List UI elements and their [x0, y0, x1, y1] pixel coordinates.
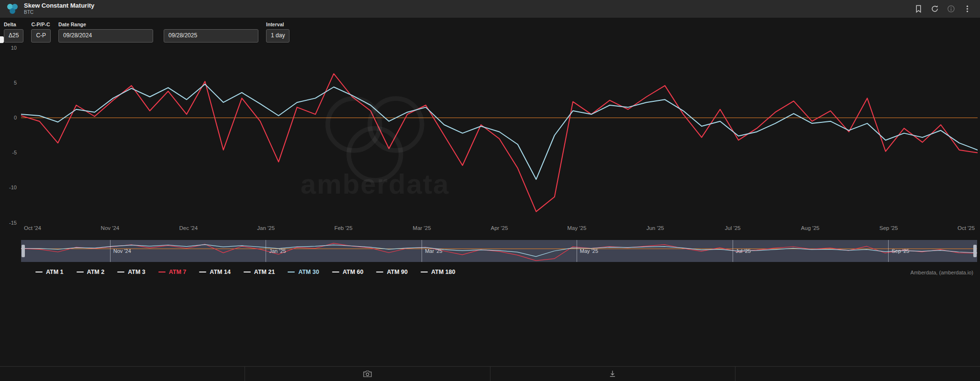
legend-label: ATM 3 — [128, 269, 145, 275]
x-axis-label: Oct '24 — [24, 225, 41, 231]
legend-row: ATM 1ATM 2ATM 3ATM 7ATM 14ATM 21ATM 30AT… — [0, 269, 980, 275]
legend-label: ATM 180 — [431, 269, 455, 275]
kebab-menu-icon[interactable] — [963, 5, 971, 13]
amberdata-logo-icon — [6, 3, 19, 15]
x-axis-label: Sep '25 — [880, 225, 898, 231]
attribution: Amberdata, (amberdata.io) — [911, 270, 973, 275]
legend-dash-icon — [117, 272, 124, 272]
series-atm-30 — [21, 244, 977, 256]
toolbar-cell-empty-left — [0, 367, 245, 381]
range-navigator[interactable]: Nov '24Jan '25Mar '25May '25Jul '25Sep '… — [21, 240, 977, 262]
bottom-toolbar — [0, 366, 980, 381]
skew-constant-maturity-app: { "header": { "title": "Skew Constant Ma… — [0, 0, 980, 381]
toolbar-cell-download — [490, 367, 735, 381]
legend-item-atm-90[interactable]: ATM 90 — [376, 269, 408, 275]
delta-group: Delta Δ25 — [4, 22, 23, 43]
camera-icon[interactable] — [363, 370, 372, 378]
legend-dash-icon — [332, 272, 339, 272]
interval-select[interactable]: 1 day — [266, 29, 290, 43]
x-axis-label: Apr '25 — [490, 225, 508, 231]
legend-dash-icon — [244, 272, 251, 272]
y-axis-tick: -5 — [12, 150, 17, 155]
navigator-divider — [422, 240, 422, 262]
date-range-group: Date Range — [58, 22, 258, 43]
legend-item-atm-14[interactable]: ATM 14 — [199, 269, 231, 275]
x-axis-label: Oct '25 — [958, 225, 975, 231]
legend-item-atm-60[interactable]: ATM 60 — [332, 269, 364, 275]
y-axis-tick: 5 — [14, 80, 17, 86]
x-axis-label: Aug '25 — [801, 225, 820, 231]
legend-item-atm-21[interactable]: ATM 21 — [244, 269, 275, 275]
y-axis: 1050-5-10-15 — [0, 48, 21, 223]
navigator-divider — [577, 240, 577, 262]
legend-dash-icon — [77, 272, 84, 272]
navigator-divider — [110, 240, 111, 262]
navigator-divider — [888, 240, 889, 262]
x-axis-label: May '25 — [567, 225, 586, 231]
side-panel-handle[interactable] — [0, 36, 4, 43]
download-icon[interactable] — [608, 370, 617, 378]
main-chart-svg — [21, 48, 978, 223]
chart-controls: Delta Δ25 C-P/P-C C-P Date Range Interva… — [0, 18, 980, 48]
interval-label: Interval — [266, 22, 290, 27]
bookmark-icon[interactable] — [914, 5, 923, 13]
info-icon[interactable] — [947, 5, 955, 13]
navigator-month-label: Sep '25 — [891, 248, 909, 254]
legend-dash-icon — [199, 272, 206, 272]
legend-item-atm-3[interactable]: ATM 3 — [117, 269, 145, 275]
legend: ATM 1ATM 2ATM 3ATM 7ATM 14ATM 21ATM 30AT… — [35, 269, 455, 275]
navigator-month-label: Mar '25 — [425, 248, 442, 254]
asset-label: BTC — [24, 10, 94, 15]
legend-item-atm-1[interactable]: ATM 1 — [35, 269, 64, 275]
x-axis-label: Dec '24 — [179, 225, 198, 231]
main-chart-area: 1050-5-10-15 amberdata — [0, 48, 980, 223]
y-axis-tick: 10 — [11, 45, 17, 51]
cp-pc-select[interactable]: C-P — [31, 29, 51, 43]
toolbar-cell-screenshot — [245, 367, 490, 381]
legend-dash-icon — [376, 272, 383, 272]
spacer — [0, 275, 980, 366]
series-atm-7 — [21, 243, 977, 260]
y-axis-tick: 0 — [14, 115, 17, 120]
x-axis-label: Jan '25 — [257, 225, 275, 231]
legend-item-atm-180[interactable]: ATM 180 — [421, 269, 455, 275]
refresh-icon[interactable] — [931, 5, 939, 13]
legend-dash-icon — [288, 272, 295, 272]
y-axis-tick: -15 — [9, 220, 17, 226]
series-atm-7 — [21, 74, 978, 211]
legend-item-atm-30[interactable]: ATM 30 — [288, 269, 319, 275]
legend-label: ATM 90 — [387, 269, 408, 275]
date-range-label: Date Range — [58, 22, 258, 27]
legend-label: ATM 60 — [343, 269, 364, 275]
y-axis-tick: -10 — [9, 185, 17, 190]
navigator-month-label: Jul '25 — [736, 248, 751, 254]
navigator-divider — [733, 240, 733, 262]
date-start-input[interactable] — [58, 29, 153, 43]
navigator-svg — [21, 240, 977, 262]
x-axis-label: Nov '24 — [101, 225, 120, 231]
toolbar-cell-empty-right — [735, 367, 980, 381]
delta-label: Delta — [4, 22, 23, 27]
legend-label: ATM 14 — [210, 269, 231, 275]
header-titles: Skew Constant Maturity BTC — [24, 2, 94, 15]
legend-label: ATM 2 — [87, 269, 105, 275]
delta-select[interactable]: Δ25 — [4, 29, 23, 43]
date-end-input[interactable] — [164, 29, 258, 43]
series-atm-30 — [21, 84, 978, 179]
cp-pc-group: C-P/P-C C-P — [31, 22, 51, 43]
interval-group: Interval 1 day — [266, 22, 290, 43]
cp-pc-label: C-P/P-C — [31, 22, 51, 27]
page-title: Skew Constant Maturity — [24, 2, 94, 10]
legend-label: ATM 30 — [298, 269, 319, 275]
x-axis-label: Jun '25 — [646, 225, 664, 231]
x-axis-label: Feb '25 — [334, 225, 353, 231]
header-actions — [914, 5, 974, 13]
navigator-handle-left[interactable] — [22, 245, 25, 257]
legend-label: ATM 21 — [254, 269, 275, 275]
legend-dash-icon — [158, 272, 166, 272]
legend-item-atm-7[interactable]: ATM 7 — [158, 269, 187, 275]
navigator-month-label: May '25 — [580, 248, 598, 254]
navigator-handle-right[interactable] — [973, 245, 977, 257]
legend-item-atm-2[interactable]: ATM 2 — [77, 269, 105, 275]
plot-area[interactable]: amberdata — [21, 48, 978, 223]
